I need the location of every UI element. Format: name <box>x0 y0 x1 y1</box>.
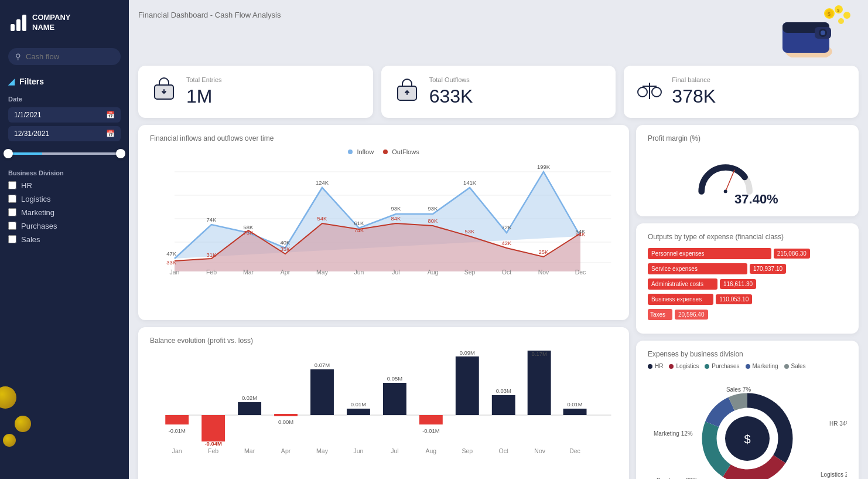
division-filter-group: Business Division HR Logistics Marketing… <box>8 169 121 244</box>
kpi-balance-text: Final balance 378K <box>672 76 716 107</box>
expense-bars: Personnel expenses 215,086.30 Service ex… <box>648 248 847 320</box>
checkbox-hr[interactable]: HR <box>8 181 121 190</box>
svg-text:124K: 124K <box>316 180 329 186</box>
personnel-value: 215,086.30 <box>774 249 810 259</box>
sidebar: COMPANY NAME ⚲ ◢ Filters Date 1/1/2021 📅… <box>0 0 129 479</box>
inflow-dot <box>348 150 353 154</box>
bar-dec <box>563 409 587 415</box>
expense-row-business: Business expenses 110,053.10 <box>648 294 847 305</box>
business-value: 110,053.10 <box>716 294 752 304</box>
division-label: Business Division <box>8 169 121 176</box>
bar-mar <box>238 402 261 415</box>
svg-text:72K: 72K <box>502 225 512 230</box>
svg-text:May: May <box>316 269 329 276</box>
kpi-outflows: Total Outflows 633K <box>381 66 616 118</box>
gauge-container: 37.40% <box>695 148 800 207</box>
svg-text:80K: 80K <box>428 218 439 224</box>
slider-thumb-right[interactable] <box>116 149 125 158</box>
svg-text:0.01M: 0.01M <box>567 402 582 407</box>
expense-row-taxes: Taxes 20,596.40 <box>648 309 847 320</box>
balance-value: 378K <box>672 86 716 107</box>
taxes-label: Taxes <box>650 311 665 318</box>
slider-track <box>8 152 121 155</box>
sales-checkbox[interactable] <box>8 235 16 243</box>
date-from-input[interactable]: 1/1/2021 📅 <box>8 107 121 123</box>
kpi-row: Total Entries 1M Total Outflows 633K <box>138 66 859 118</box>
svg-text:Feb: Feb <box>208 448 218 454</box>
svg-text:Sep: Sep <box>464 269 476 276</box>
kpi-balance: Final balance 378K <box>624 66 859 118</box>
service-label: Service expenses <box>651 266 698 272</box>
line-chart-svg: 47K 33K 74K 31K 58K 73K 40K 35K 124K 54K… <box>150 160 617 277</box>
entries-label: Total Entries <box>186 76 222 83</box>
calendar-icon: 📅 <box>106 111 115 119</box>
expense-row-service: Service expenses 170,937.10 <box>648 263 847 274</box>
svg-text:Oct: Oct <box>502 269 511 276</box>
hr-checkbox[interactable] <box>8 181 16 189</box>
svg-text:Aug: Aug <box>426 448 437 454</box>
logistics-checkbox[interactable] <box>8 195 16 203</box>
range-slider[interactable] <box>8 148 121 159</box>
date-label: Date <box>8 96 121 103</box>
svg-text:0.03M: 0.03M <box>496 388 511 394</box>
filter-icon: ◢ <box>8 77 15 86</box>
logo-icon <box>11 15 26 31</box>
checkbox-purchases[interactable]: Purchases <box>8 222 121 230</box>
donut-legend: HR Logistics Purchases Marketing <box>648 363 847 369</box>
checkbox-logistics[interactable]: Logistics <box>8 195 121 203</box>
svg-text:25K: 25K <box>539 249 549 255</box>
marketing-checkbox[interactable] <box>8 208 16 216</box>
personnel-label: Personnel expenses <box>651 250 705 257</box>
admin-label: Administrative costs <box>651 281 703 287</box>
svg-text:Nov: Nov <box>534 448 546 454</box>
svg-text:33K: 33K <box>166 260 177 266</box>
svg-text:Jan: Jan <box>172 448 182 454</box>
svg-text:84K: 84K <box>391 216 402 222</box>
purchases-checkbox[interactable] <box>8 222 16 230</box>
header-area: Financial Dashboard - Cash Flow Analysis <box>138 11 859 57</box>
search-input[interactable] <box>26 52 114 61</box>
purchases-legend-dot <box>705 364 709 369</box>
admin-value: 116,611.30 <box>720 279 756 289</box>
date-to-input[interactable]: 12/31/2021 📅 <box>8 126 121 141</box>
checkbox-sales[interactable]: Sales <box>8 235 121 244</box>
hr-legend-dot <box>648 364 652 369</box>
slider-thumb-left[interactable] <box>4 149 13 158</box>
svg-text:-0.04M: -0.04M <box>204 441 222 447</box>
inflow-legend: Inflow <box>348 148 374 155</box>
checkbox-marketing[interactable]: Marketing <box>8 208 121 217</box>
outflow-dot <box>383 150 388 154</box>
search-box[interactable]: ⚲ <box>8 48 121 65</box>
bar-aug <box>419 415 443 424</box>
line-chart-title: Financial inflows and outflows over time <box>150 134 617 142</box>
bar-may <box>310 369 334 415</box>
kpi-outflows-text: Total Outflows 633K <box>429 76 473 107</box>
svg-text:74K: 74K <box>354 227 365 233</box>
line-chart-card: Financial inflows and outflows over time… <box>138 125 629 320</box>
legend-sales: Sales <box>784 363 806 369</box>
svg-text:40K: 40K <box>281 240 291 246</box>
sales-label: Sales <box>21 235 40 244</box>
service-value: 170,937.10 <box>750 264 786 274</box>
svg-text:-0.01M: -0.01M <box>169 428 186 434</box>
svg-text:Mar: Mar <box>243 269 254 276</box>
svg-text:35K: 35K <box>281 246 291 252</box>
bar-jan <box>165 415 189 424</box>
filters-section: ◢ Filters Date 1/1/2021 📅 12/31/2021 📅 B… <box>0 77 129 254</box>
svg-text:Jul: Jul <box>392 269 399 276</box>
outflows-value: 633K <box>429 86 473 107</box>
svg-text:$: $ <box>744 433 750 446</box>
coin-decoration-2 <box>15 416 31 432</box>
company-name: COMPANY NAME <box>32 13 70 33</box>
svg-text:73K: 73K <box>244 230 254 236</box>
svg-text:0.01M: 0.01M <box>351 402 366 407</box>
svg-text:Mar: Mar <box>244 448 255 454</box>
legend-hr: HR <box>648 363 663 369</box>
outflows-icon <box>394 78 420 106</box>
logistics-label: Logistics <box>21 195 51 203</box>
balance-icon <box>637 78 662 106</box>
gauge-value: 37.40% <box>734 192 778 207</box>
svg-text:53K: 53K <box>465 229 476 235</box>
sales-legend-dot <box>784 364 789 369</box>
svg-text:141K: 141K <box>463 180 477 186</box>
